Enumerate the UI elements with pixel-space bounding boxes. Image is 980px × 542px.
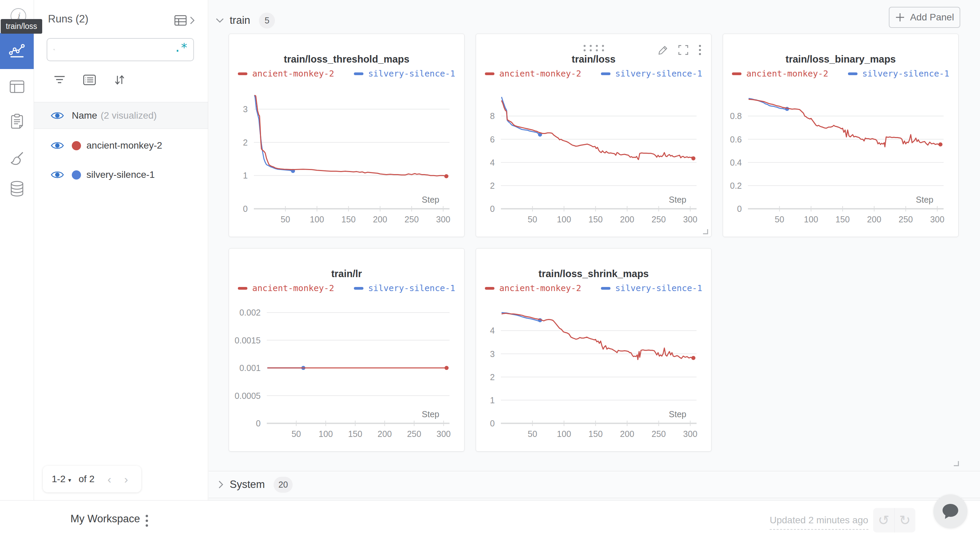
visibility-icon[interactable] [50,140,64,151]
undo-redo-group: ↺ ↻ [873,508,915,532]
clipboard-icon [10,113,24,130]
svg-text:0.6: 0.6 [730,135,742,144]
section-header-system[interactable]: System 20 [208,471,980,498]
run-search-input[interactable] [60,44,174,55]
panel-card-train-loss[interactable]: train/lossancient-monkey-2silvery-silenc… [476,34,711,237]
legend-swatch-icon [354,287,363,290]
regex-toggle[interactable]: .* [174,44,187,55]
svg-text:2: 2 [243,138,248,147]
run-color-dot [72,141,81,150]
prev-page-button[interactable]: ‹ [108,473,111,486]
svg-text:100: 100 [557,429,571,439]
nav-table[interactable] [0,75,34,98]
svg-text:50: 50 [281,214,290,224]
tooltip: train/loss [1,19,42,34]
undo-button[interactable]: ↺ [873,508,894,532]
legend-run-name: silvery-silence-1 [615,283,702,293]
panel-card-train-loss-binary-maps[interactable]: train/loss_binary_mapsancient-monkey-2si… [723,34,959,237]
legend-swatch-icon [354,73,363,75]
legend-swatch-icon [238,73,247,75]
chevron-right-icon [189,16,195,25]
legend-item: silvery-silence-1 [601,69,702,79]
svg-text:150: 150 [341,214,356,224]
columns-button[interactable] [83,73,96,87]
runs-list-header[interactable]: Name (2 visualized) [34,102,208,129]
svg-text:Step: Step [422,195,439,204]
runs-table-icon [174,14,187,26]
svg-text:Step: Step [669,409,686,419]
svg-text:250: 250 [407,429,421,439]
chart-legend: ancient-monkey-2silvery-silence-1 [476,69,711,79]
workspace-footer: My Workspace Updated 2 minutes ago ↺ ↻ [0,500,980,542]
nav-artifacts[interactable] [0,177,34,201]
chat-button[interactable] [933,494,967,528]
legend-run-name: ancient-monkey-2 [499,283,581,293]
chart-plot[interactable]: 00.20.40.60.850100150200250300Step [723,82,959,233]
caret-down-icon: ▾ [68,477,71,484]
page-total: of 2 [79,474,95,485]
chart-plot[interactable]: 0246850100150200250300Step [476,82,712,233]
nav-sweeps[interactable] [0,146,34,170]
svg-text:0.8: 0.8 [730,111,742,121]
chart-title: train/loss_shrink_maps [476,268,711,279]
svg-text:100: 100 [310,214,324,224]
legend-run-name: ancient-monkey-2 [252,69,334,79]
page-range[interactable]: 1-2 [52,474,65,485]
last-updated[interactable]: Updated 2 minutes ago [770,515,869,530]
chart-plot[interactable]: 0123450100150200250300Step [476,296,712,448]
chart-legend: ancient-monkey-2silvery-silence-1 [723,69,958,79]
svg-text:100: 100 [804,214,818,224]
chart-plot[interactable]: 00.00050.0010.00150.00250100150200250300… [229,296,465,448]
workspace-menu-button[interactable] [142,512,152,529]
add-panel-button[interactable]: Add Panel [889,7,960,28]
legend-swatch-icon [238,287,247,290]
svg-text:Step: Step [422,409,439,419]
section-resize-handle[interactable] [954,461,959,466]
svg-text:4: 4 [490,158,495,167]
legend-swatch-icon [485,287,495,290]
svg-text:0.002: 0.002 [239,308,261,317]
svg-text:200: 200 [867,214,881,224]
workspace-title[interactable]: My Workspace [70,513,140,525]
legend-swatch-icon [601,73,611,75]
nav-logs[interactable] [0,109,34,133]
panel-card-train-loss-shrink-maps[interactable]: train/loss_shrink_mapsancient-monkey-2si… [476,248,711,452]
svg-text:1: 1 [490,395,495,405]
legend-run-name: silvery-silence-1 [862,69,950,79]
panel-card-train-loss-threshold-maps[interactable]: train/loss_threshold_mapsancient-monkey-… [229,34,465,237]
nav-panels-active[interactable] [0,33,34,69]
runs-table-button[interactable] [174,14,196,27]
svg-text:0: 0 [256,418,261,428]
svg-text:250: 250 [652,429,666,439]
svg-text:3: 3 [490,349,495,359]
visibility-icon[interactable] [50,170,64,180]
next-page-button[interactable]: › [124,473,128,486]
svg-text:150: 150 [348,429,363,439]
sort-button[interactable] [113,73,126,87]
legend-item: silvery-silence-1 [354,69,455,79]
svg-text:250: 250 [899,214,913,224]
sort-icon [114,74,125,86]
drag-handle-icon[interactable] [582,44,606,54]
svg-text:200: 200 [620,429,634,439]
run-row-silvery-silence-1[interactable]: silvery-silence-1 [34,160,208,189]
svg-text:200: 200 [378,429,392,439]
legend-run-name: ancient-monkey-2 [746,69,828,79]
svg-text:150: 150 [588,214,603,224]
redo-button[interactable]: ↻ [894,508,916,532]
svg-text:300: 300 [437,429,451,439]
legend-swatch-icon [848,73,858,75]
search-icon [53,44,55,55]
chart-plot[interactable]: 012350100150200250300Step [229,82,465,233]
svg-text:2: 2 [490,372,495,382]
svg-text:50: 50 [775,214,784,224]
svg-text:0: 0 [243,204,248,214]
run-name: silvery-silence-1 [86,170,155,180]
chart-legend: ancient-monkey-2silvery-silence-1 [229,283,464,293]
filter-button[interactable] [53,73,66,87]
svg-text:8: 8 [490,111,495,121]
run-row-ancient-monkey-2[interactable]: ancient-monkey-2 [34,131,208,160]
panel-card-train-lr[interactable]: train/lrancient-monkey-2silvery-silence-… [229,248,465,452]
svg-text:0: 0 [490,204,495,214]
section-header-train[interactable]: train 5 [215,10,275,31]
